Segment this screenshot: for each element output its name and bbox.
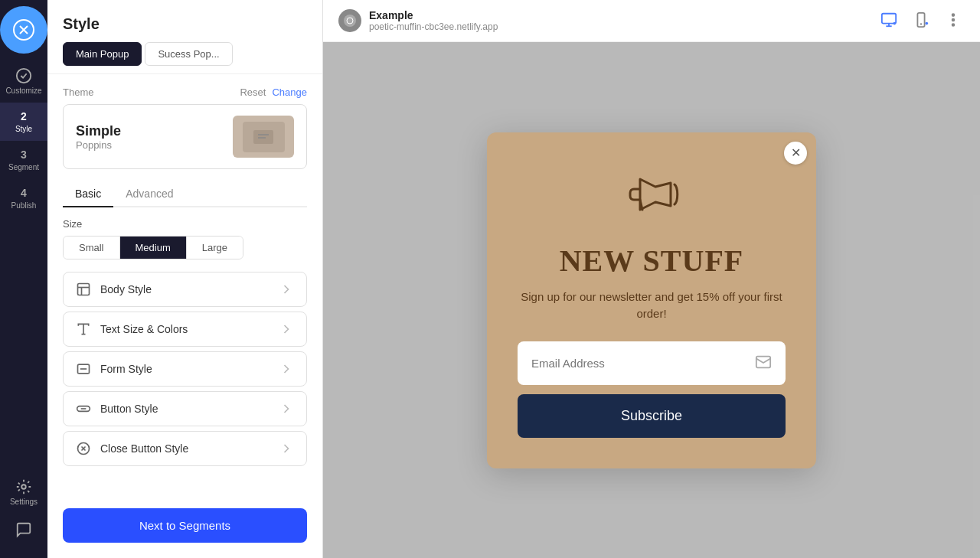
- text-icon: [76, 321, 91, 337]
- site-icon: [338, 9, 361, 32]
- sidebar-item-label: Settings: [10, 498, 38, 506]
- tab-sucess-popup[interactable]: Sucess Pop...: [145, 42, 232, 66]
- svg-point-1: [17, 69, 31, 83]
- svg-point-28: [952, 24, 955, 26]
- theme-card: Simple Poppins: [63, 104, 307, 169]
- mobile-view-button[interactable]: [910, 8, 933, 34]
- top-bar-left: Example poetic-muffin-cbc3ee.netlify.app: [338, 9, 498, 32]
- popup-email-field: [518, 341, 786, 385]
- sidebar-item-style[interactable]: 2 Style: [0, 103, 47, 141]
- theme-sub: Poppins: [76, 139, 121, 151]
- style-item-label: Body Style: [100, 283, 270, 295]
- size-label: Size: [63, 218, 307, 230]
- popup-overlay: ✕ NEW STUFF Sign up for our newsletter a…: [323, 42, 980, 558]
- chevron-right-icon: [279, 441, 294, 456]
- chat-icon: [15, 521, 32, 538]
- layout-icon: [76, 282, 91, 297]
- size-buttons: Small Medium Large: [63, 236, 243, 259]
- svg-rect-6: [78, 284, 90, 295]
- style-panel: Style Main Popup Sucess Pop... Theme Res…: [47, 0, 323, 558]
- size-medium[interactable]: Medium: [120, 237, 187, 259]
- tab-basic[interactable]: Basic: [63, 181, 113, 207]
- megaphone-icon: [617, 160, 686, 229]
- next-to-segments-button[interactable]: Next to Segments: [63, 508, 307, 543]
- site-url: poetic-muffin-cbc3ee.netlify.app: [369, 21, 498, 32]
- sidebar-item-label: Style: [15, 125, 32, 133]
- panel-title: Style: [63, 15, 307, 33]
- chevron-right-icon: [279, 401, 294, 416]
- popup-tab-row: Main Popup Sucess Pop...: [63, 42, 307, 66]
- sidebar-item-label: Segment: [8, 163, 39, 171]
- style-item-label: Close Button Style: [100, 442, 270, 455]
- desktop-view-button[interactable]: [877, 8, 900, 34]
- preview-area: Example poetic-muffin-cbc3ee.netlify.app: [323, 0, 980, 558]
- more-options-button[interactable]: [942, 8, 965, 34]
- sidebar-num: 3: [21, 148, 27, 161]
- sidebar-num: 4: [21, 187, 27, 199]
- sidebar-item-label: Customize: [5, 86, 41, 95]
- subscribe-button[interactable]: Subscribe: [518, 394, 786, 438]
- sidebar-item-customize[interactable]: Customize: [0, 60, 47, 103]
- svg-rect-3: [253, 130, 273, 144]
- tab-advanced[interactable]: Advanced: [113, 181, 185, 207]
- svg-point-22: [893, 21, 897, 24]
- more-icon: [945, 11, 962, 28]
- svg-rect-19: [882, 13, 896, 23]
- email-input[interactable]: [531, 357, 755, 370]
- popup-title: NEW STUFF: [560, 244, 744, 278]
- close-btn-icon: [76, 441, 91, 456]
- app-logo[interactable]: [0, 6, 47, 54]
- sidebar-item-publish[interactable]: 4 Publish: [0, 179, 47, 217]
- chevron-right-icon: [279, 361, 294, 377]
- style-list: Body Style Text Size & Colors: [63, 272, 307, 466]
- tab-main-popup[interactable]: Main Popup: [63, 42, 142, 66]
- theme-info: Simple Poppins: [76, 123, 121, 151]
- mobile-icon: [913, 11, 929, 28]
- theme-section-label: Theme Reset Change: [63, 86, 307, 98]
- site-info: Example poetic-muffin-cbc3ee.netlify.app: [369, 9, 498, 32]
- sidebar-item-chat[interactable]: [0, 514, 47, 546]
- theme-preview-inner: [243, 122, 285, 152]
- style-item-form[interactable]: Form Style: [63, 351, 307, 387]
- top-bar: Example poetic-muffin-cbc3ee.netlify.app: [323, 0, 980, 42]
- svg-point-2: [21, 485, 26, 489]
- top-bar-right: [877, 8, 965, 34]
- change-link[interactable]: Change: [272, 86, 307, 98]
- size-section: Size Small Medium Large: [63, 218, 307, 259]
- panel-body: Theme Reset Change Simple Poppins: [47, 74, 322, 496]
- sidebar-item-segment[interactable]: 3 Segment: [0, 141, 47, 179]
- svg-point-18: [344, 15, 356, 27]
- sidebar: Customize 2 Style 3 Segment 4 Publish Se…: [0, 0, 47, 558]
- style-item-button[interactable]: Button Style: [63, 391, 307, 426]
- chevron-right-icon: [279, 282, 294, 297]
- button-icon: [76, 401, 91, 416]
- envelope-icon: [755, 354, 772, 370]
- svg-point-25: [926, 21, 929, 24]
- style-item-label: Text Size & Colors: [100, 323, 270, 335]
- style-item-label: Button Style: [100, 403, 270, 415]
- sidebar-num: 2: [21, 110, 27, 122]
- svg-point-27: [952, 18, 955, 21]
- popup-modal: ✕ NEW STUFF Sign up for our newsletter a…: [487, 132, 816, 468]
- style-item-body[interactable]: Body Style: [63, 272, 307, 307]
- theme-label: Theme: [63, 86, 93, 98]
- chevron-right-icon: [279, 321, 294, 337]
- size-large[interactable]: Large: [187, 237, 243, 259]
- site-name: Example: [369, 9, 498, 21]
- form-icon: [76, 361, 91, 377]
- sidebar-item-label: Publish: [11, 201, 37, 210]
- check-icon: [15, 67, 32, 84]
- panel-header: Style Main Popup Sucess Pop...: [47, 0, 322, 74]
- reset-link[interactable]: Reset: [240, 86, 266, 98]
- svg-point-26: [952, 14, 955, 16]
- style-item-label: Form Style: [100, 363, 270, 375]
- sidebar-item-settings[interactable]: Settings: [0, 471, 47, 514]
- theme-preview: [233, 116, 294, 158]
- size-small[interactable]: Small: [64, 237, 120, 259]
- style-item-text-size-colors[interactable]: Text Size & Colors: [63, 312, 307, 347]
- gear-icon: [15, 478, 32, 495]
- style-tabs: Basic Advanced: [63, 181, 307, 207]
- email-icon: [755, 354, 772, 373]
- popup-close-button[interactable]: ✕: [784, 142, 807, 165]
- style-item-close-button[interactable]: Close Button Style: [63, 431, 307, 466]
